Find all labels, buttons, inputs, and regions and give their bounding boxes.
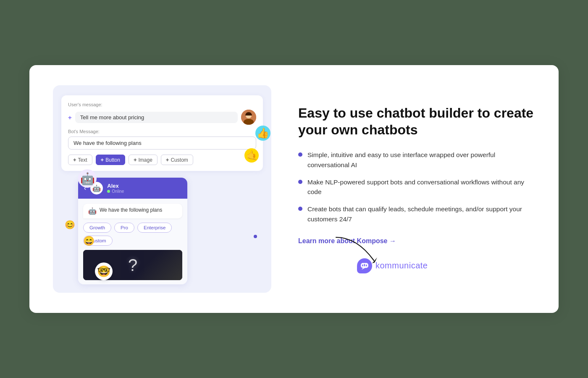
chat-status: Online — [107, 189, 124, 194]
svg-marker-9 — [362, 268, 365, 270]
feature-item-3: Create bots that can qualify leads, sche… — [298, 204, 535, 224]
bot-icon: 🤖 — [88, 207, 97, 215]
chat-bot-message: We have the following plans — [100, 207, 162, 213]
chat-header-info: Alex Online — [107, 183, 124, 194]
status-dot — [107, 190, 110, 193]
add-button-button[interactable]: + Button — [96, 155, 125, 165]
thumbsup2-emoji: 🤙 — [244, 148, 259, 163]
right-panel: Easy to use chatbot builder to create yo… — [291, 105, 535, 273]
user-message-bubble: Tell me more about pricing — [75, 112, 238, 123]
nerd-emoji: 🤓 — [95, 262, 113, 280]
add-image-button[interactable]: + Image — [129, 155, 158, 165]
chat-options: Growth Pro Enterprise Custom — [83, 223, 182, 246]
chat-bot-bubble: 🤖 We have the following plans — [83, 204, 182, 218]
curved-arrow — [332, 233, 386, 267]
user-message-row: + Tell me more about pricing — [68, 110, 256, 125]
grin-emoji: 😄 — [83, 236, 94, 247]
feature-item-2: Make NLP-powered support bots and conver… — [298, 177, 535, 197]
bot-message-input: We have the following plans — [68, 136, 256, 150]
main-title: Easy to use chatbot builder to create yo… — [298, 105, 535, 138]
option-enterprise[interactable]: Enterprise — [137, 223, 172, 233]
feature-item-1: Simple, intuitive and easy to use interf… — [298, 150, 535, 170]
chat-body: 🤖 We have the following plans Growth Pro… — [78, 199, 187, 284]
branding-row: kommunicate — [298, 258, 535, 273]
chat-bot-name: Alex — [107, 183, 124, 189]
thumbs-up-emoji: 👍 — [255, 126, 270, 141]
bullet-dot-2 — [298, 180, 302, 184]
option-pro[interactable]: Pro — [114, 223, 134, 233]
bot-message-label: Bot's Message: — [68, 129, 256, 134]
left-panel: User's message: + Tell me more about pri… — [53, 85, 271, 293]
user-message-label: User's message: — [68, 102, 256, 107]
option-growth[interactable]: Growth — [83, 223, 111, 233]
feature-list: Simple, intuitive and easy to use interf… — [298, 150, 535, 224]
plus-icon: + — [68, 114, 72, 121]
question-mark: ? — [128, 256, 137, 275]
svg-marker-4 — [372, 257, 377, 263]
feature-text-1: Simple, intuitive and easy to use interf… — [307, 150, 535, 170]
main-card: User's message: + Tell me more about pri… — [29, 65, 559, 313]
chat-preview: ‹ 🤖 Alex Online 🤖 We have the following … — [78, 178, 187, 284]
builder-ui: User's message: + Tell me more about pri… — [61, 95, 263, 171]
blue-dot — [254, 235, 257, 238]
bullet-dot-1 — [298, 152, 302, 157]
user-avatar — [241, 110, 256, 125]
add-custom-button[interactable]: + Custom — [161, 155, 193, 165]
smiley-emoji: 😊 — [65, 220, 75, 230]
add-text-button[interactable]: + Text — [68, 155, 92, 165]
feature-text-2: Make NLP-powered support bots and conver… — [307, 177, 535, 197]
robot-emoji: 🤖 — [78, 169, 97, 188]
button-row: + Text + Button + Image + Custom — [68, 155, 256, 165]
feature-text-3: Create bots that can qualify leads, sche… — [307, 204, 535, 224]
bullet-dot-3 — [298, 207, 302, 211]
